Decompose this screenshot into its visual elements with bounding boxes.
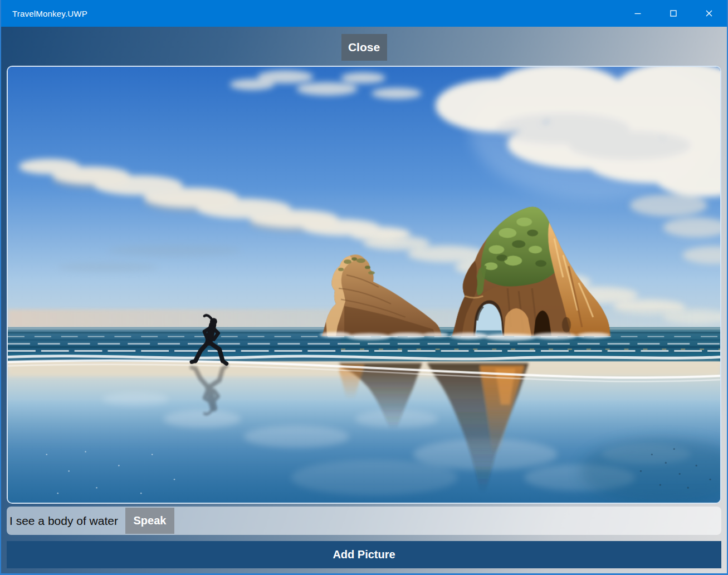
travel-photo bbox=[7, 66, 721, 504]
caption-bar: I see a body of water Speak bbox=[7, 507, 721, 535]
minimize-button[interactable] bbox=[620, 0, 656, 27]
minimize-icon bbox=[634, 9, 642, 17]
add-picture-button[interactable]: Add Picture bbox=[7, 541, 721, 568]
close-window-button[interactable] bbox=[691, 0, 727, 27]
detail-page: Close bbox=[1, 27, 727, 573]
close-detail-button[interactable]: Close bbox=[341, 34, 387, 61]
speak-button[interactable]: Speak bbox=[125, 508, 174, 534]
window-title: TravelMonkey.UWP bbox=[1, 9, 87, 18]
window-controls bbox=[620, 0, 727, 27]
close-icon bbox=[705, 9, 713, 17]
beach-photo-graphic bbox=[8, 67, 720, 503]
maximize-icon bbox=[670, 9, 677, 17]
maximize-button[interactable] bbox=[656, 0, 691, 27]
app-window: TravelMonkey.UWP Close bbox=[0, 0, 728, 575]
titlebar[interactable]: TravelMonkey.UWP bbox=[1, 0, 727, 27]
image-analysis-caption: I see a body of water bbox=[9, 514, 118, 528]
